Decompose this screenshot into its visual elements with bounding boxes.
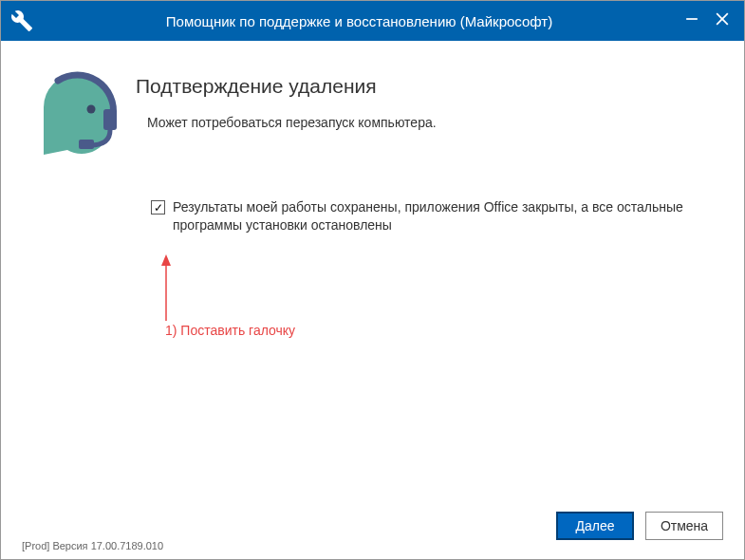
window-controls bbox=[683, 10, 731, 28]
main-row: Подтверждение удаления Может потребовать… bbox=[29, 69, 716, 164]
app-icon bbox=[10, 9, 33, 32]
page-subtext: Может потребоваться перезапуск компьютер… bbox=[147, 115, 716, 130]
confirm-checkbox-label[interactable]: Результаты моей работы сохранены, прилож… bbox=[173, 198, 716, 234]
titlebar: Помощник по поддержке и восстановлению (… bbox=[1, 1, 744, 41]
svg-rect-5 bbox=[79, 140, 94, 149]
checkbox-row: ✓ Результаты моей работы сохранены, прил… bbox=[151, 198, 716, 234]
version-label: [Prod] Версия 17.00.7189.010 bbox=[22, 540, 163, 551]
annotation-step-1: 1) Поставить галочку bbox=[165, 323, 295, 338]
svg-point-3 bbox=[87, 105, 96, 114]
svg-rect-4 bbox=[103, 109, 117, 130]
text-column: Подтверждение удаления Может потребовать… bbox=[136, 69, 716, 164]
annotation-arrow-1-icon bbox=[157, 254, 176, 321]
next-button[interactable]: Далее bbox=[556, 512, 634, 540]
close-button[interactable] bbox=[714, 10, 731, 28]
window-title: Помощник по поддержке и восстановлению (… bbox=[41, 13, 735, 29]
cancel-button[interactable]: Отмена bbox=[645, 512, 723, 540]
minimize-button[interactable] bbox=[683, 10, 700, 28]
confirm-checkbox[interactable]: ✓ bbox=[151, 200, 165, 215]
window: Помощник по поддержке и восстановлению (… bbox=[0, 0, 745, 560]
content-area: Подтверждение удаления Может потребовать… bbox=[1, 41, 744, 506]
avatar bbox=[29, 69, 124, 164]
svg-marker-7 bbox=[161, 254, 171, 266]
footer: [Prod] Версия 17.00.7189.010 2) Нажать «… bbox=[1, 506, 744, 559]
checkmark-icon: ✓ bbox=[154, 202, 163, 214]
page-heading: Подтверждение удаления bbox=[136, 75, 716, 98]
